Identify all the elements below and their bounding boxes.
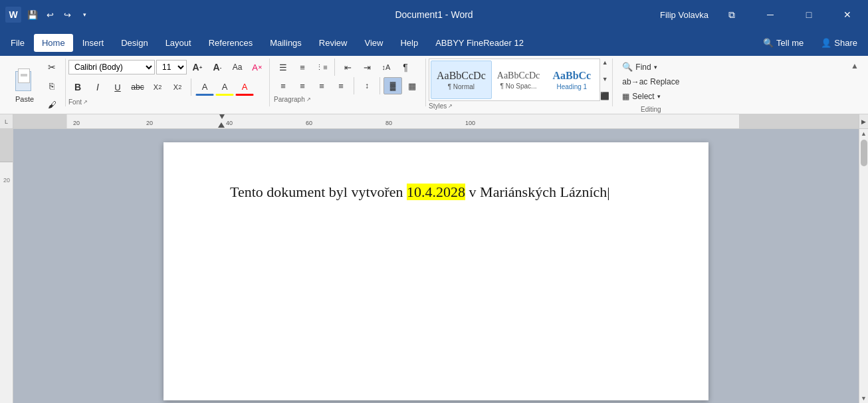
save-button[interactable]: 💾 (25, 7, 40, 22)
paste-button[interactable]: Paste (8, 67, 41, 104)
strikethrough-button[interactable]: abc (128, 78, 147, 96)
paragraph-label: Paragraph ↗ (274, 96, 421, 103)
styles-gallery: AaBbCcDc ¶ Normal AaBbCcDc ¶ No Spac... … (429, 59, 600, 101)
tab-stop-marker (219, 114, 225, 120)
shading-button[interactable]: ▓ (383, 77, 402, 94)
indent-marker[interactable] (218, 121, 225, 128)
qat-dropdown-button[interactable]: ▾ (77, 7, 92, 22)
borders-button[interactable]: ▦ (403, 77, 421, 94)
redo-button[interactable]: ↪ (60, 7, 74, 22)
menu-tell-me[interactable]: 🔍 Tell me (755, 34, 812, 52)
text-color-button[interactable]: A (195, 78, 214, 96)
superscript-button[interactable]: X2 (168, 78, 187, 96)
styles-expand-icon[interactable]: ↗ (448, 103, 453, 109)
font-format-row: B I U abc X2 X2 A A A (68, 78, 254, 96)
select-dropdown-icon[interactable]: ▾ (657, 93, 661, 100)
ruler-scroll-right[interactable]: ▶ (859, 114, 868, 129)
restore-window-button[interactable]: ⧉ (716, 4, 747, 25)
para-divider3 (380, 77, 380, 94)
replace-button[interactable]: ab→ac Replace (617, 75, 685, 88)
user-name: Filip Volavka (660, 10, 708, 20)
numbering-button[interactable]: ≡ (293, 59, 312, 76)
scrollbar-down-arrow[interactable]: ▼ (859, 394, 869, 403)
collapse-ribbon-button[interactable]: ▲ (851, 61, 859, 70)
menu-file[interactable]: File (3, 34, 33, 52)
text-before: Tento dokument byl vytvořen (230, 184, 407, 200)
find-button[interactable]: 🔍 Find ▾ (617, 60, 662, 74)
app-icon: W (5, 7, 21, 23)
style-heading-label: Heading 1 (557, 83, 588, 90)
change-case-button[interactable]: Aa (228, 59, 247, 76)
titlebar-right: Filip Volavka ⧉ ─ □ ✕ (660, 4, 863, 25)
sort-button[interactable]: ↕A (377, 59, 395, 76)
ribbon-group-clipboard: Paste ✂ ⎘ 🖌 Clipboard (4, 59, 66, 106)
find-dropdown-icon[interactable]: ▾ (654, 64, 657, 70)
maximize-button[interactable]: □ (794, 4, 824, 25)
ruler-corner[interactable]: L (0, 114, 13, 129)
style-heading1[interactable]: AaBbCc Heading 1 (545, 61, 598, 99)
select-icon: ▦ (622, 92, 629, 101)
menu-share[interactable]: 👤 Share (813, 34, 865, 52)
text-highlighted: 10.4.2028 (407, 184, 465, 200)
subscript-button[interactable]: X2 (148, 78, 167, 96)
paragraph-buttons: ☰ ≡ ⋮≡ ⇤ ⇥ ↕A ¶ ≡ ≡ ≡ ≡ (274, 59, 421, 94)
increase-font-button[interactable]: A+ (188, 59, 207, 76)
styles-scroll-down[interactable]: ▼ (600, 76, 609, 82)
multilevel-list-button[interactable]: ⋮≡ (312, 59, 331, 76)
justify-button[interactable]: ≡ (332, 77, 350, 94)
menu-insert[interactable]: Insert (74, 34, 112, 52)
show-marks-button[interactable]: ¶ (396, 59, 415, 76)
menu-references[interactable]: References (201, 34, 261, 52)
format-painter-button[interactable]: 🖌 (43, 96, 61, 113)
font-size-select[interactable]: 11 (156, 60, 187, 74)
minimize-button[interactable]: ─ (755, 4, 786, 25)
undo-button[interactable]: ↩ (43, 7, 57, 22)
align-left-button[interactable]: ≡ (274, 77, 292, 94)
styles-more[interactable]: ⬛ (600, 92, 609, 100)
highlight-button[interactable]: A (215, 78, 234, 96)
increase-indent-button[interactable]: ⇥ (358, 59, 376, 76)
menu-design[interactable]: Design (113, 34, 156, 52)
align-right-button[interactable]: ≡ (312, 77, 331, 94)
menu-help[interactable]: Help (392, 34, 426, 52)
decrease-font-button[interactable]: A- (208, 59, 227, 76)
search-icon: 🔍 (763, 38, 774, 48)
styles-scroll-up[interactable]: ▲ (600, 60, 609, 66)
paragraph-expand-icon[interactable]: ↗ (306, 96, 311, 102)
font-name-select[interactable]: Calibri (Body) (68, 60, 155, 74)
cursor: | (607, 184, 609, 200)
style-heading-preview: AaBbCc (552, 70, 591, 82)
menu-review[interactable]: Review (311, 34, 356, 52)
line-spacing-button[interactable]: ↕ (358, 77, 376, 94)
vertical-scrollbar[interactable]: ▲ ▼ (859, 129, 868, 403)
font-expand-icon[interactable]: ↗ (83, 99, 88, 105)
scrollbar-up-arrow[interactable]: ▲ (859, 129, 869, 138)
ribbon-group-editing: 🔍 Find ▾ ab→ac Replace ▦ Select ▾ Editin… (613, 59, 689, 106)
italic-button[interactable]: I (88, 78, 107, 96)
document-text[interactable]: Tento dokument byl vytvořen 10.4.2028 v … (230, 182, 610, 203)
cut-button[interactable]: ✂ (43, 59, 61, 76)
bullets-button[interactable]: ☰ (274, 59, 292, 76)
style-normal[interactable]: AaBbCcDc ¶ Normal (431, 61, 492, 99)
select-button[interactable]: ▦ Select ▾ (617, 90, 665, 103)
ribbon: Paste ✂ ⎘ 🖌 Clipboard Calibri (Body) (0, 56, 868, 114)
clear-formatting-button[interactable]: A✕ (248, 59, 267, 76)
menu-view[interactable]: View (356, 34, 391, 52)
menu-layout[interactable]: Layout (158, 34, 199, 52)
close-button[interactable]: ✕ (832, 4, 863, 25)
font-color-button[interactable]: A (235, 78, 254, 96)
copy-button[interactable]: ⎘ (43, 77, 61, 94)
bold-button[interactable]: B (68, 78, 87, 96)
menu-home[interactable]: Home (34, 34, 73, 52)
share-icon: 👤 (821, 38, 831, 48)
scrollbar-thumb[interactable] (861, 140, 867, 166)
decrease-indent-button[interactable]: ⇤ (338, 59, 357, 76)
menu-abbyy[interactable]: ABBYY FineReader 12 (427, 34, 532, 52)
align-center-button[interactable]: ≡ (293, 77, 312, 94)
menu-mailings[interactable]: Mailings (262, 34, 310, 52)
font-name-row: Calibri (Body) 11 A+ A- Aa A✕ (68, 59, 267, 76)
style-nospace-label: ¶ No Spac... (500, 82, 537, 90)
underline-button[interactable]: U (108, 78, 127, 96)
style-no-spacing[interactable]: AaBbCcDc ¶ No Spac... (492, 61, 546, 99)
font-divider (191, 78, 191, 96)
